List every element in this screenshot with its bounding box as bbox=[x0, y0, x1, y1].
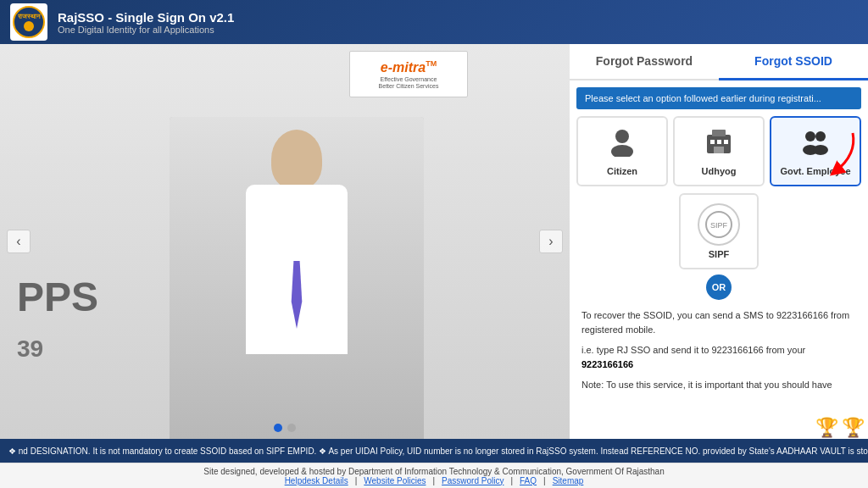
carousel-next-button[interactable]: › bbox=[539, 230, 563, 253]
tab-forgot-password[interactable]: Forgot Password bbox=[570, 44, 719, 80]
carousel-dot-2[interactable] bbox=[287, 424, 296, 432]
recover-sms-number: 9223166166 bbox=[581, 359, 633, 369]
svg-point-14 bbox=[813, 145, 828, 155]
right-panel: Forgot Password Forgot SSOID Please sele… bbox=[570, 44, 868, 439]
udhyog-label: Udhyog bbox=[680, 166, 758, 176]
emitra-logo-text: e-mitraTM bbox=[379, 58, 439, 76]
svg-rect-9 bbox=[724, 140, 728, 144]
trophy-icon-2: 🏆 bbox=[842, 417, 865, 439]
svg-text:SIPF: SIPF bbox=[710, 221, 728, 230]
svg-rect-7 bbox=[710, 140, 715, 144]
recover-text-2-span: i.e. type RJ SSO and send it to 92231661… bbox=[581, 345, 805, 355]
ticker-text: ❖ nd DESIGNATION. It is not mandatory to… bbox=[8, 446, 868, 456]
carousel-dots bbox=[274, 424, 296, 432]
govt-employee-label: Govt. Employee bbox=[776, 166, 854, 176]
tab-bar: Forgot Password Forgot SSOID bbox=[570, 44, 868, 80]
svg-point-3 bbox=[615, 130, 629, 143]
option-sipf[interactable]: SIPF SIPF bbox=[679, 193, 759, 269]
option-udhyog[interactable]: Udhyog bbox=[673, 116, 765, 186]
panel-body: Please select an option followed earlier… bbox=[570, 80, 868, 439]
sipf-label: SIPF bbox=[698, 249, 740, 259]
svg-point-11 bbox=[805, 131, 815, 141]
person-head bbox=[271, 130, 322, 189]
carousel-dot-1[interactable] bbox=[274, 424, 282, 432]
footer-link-helpdesk[interactable]: Helpdesk Details bbox=[285, 476, 348, 485]
citizen-icon bbox=[583, 126, 661, 163]
info-bar: Please select an option followed earlier… bbox=[576, 87, 861, 109]
tab-forgot-ssoid[interactable]: Forgot SSOID bbox=[719, 44, 868, 80]
recover-text-3: Note: To use this service, it is importa… bbox=[576, 374, 861, 396]
header: राजस्थान RajSSO - Single Sign On v2.1 On… bbox=[0, 0, 868, 44]
header-text-block: RajSSO - Single Sign On v2.1 One Digital… bbox=[58, 10, 234, 35]
option-citizen[interactable]: Citizen bbox=[576, 116, 668, 186]
recover-text-1: To recover the SSOID, you can send a SMS… bbox=[581, 310, 849, 335]
svg-text:राजस्थान: राजस्थान bbox=[17, 13, 41, 20]
svg-rect-8 bbox=[717, 140, 721, 144]
person-tie bbox=[289, 261, 304, 329]
option-grid: Citizen Udhyog bbox=[576, 116, 861, 186]
or-badge: OR bbox=[706, 274, 732, 300]
svg-rect-6 bbox=[712, 130, 726, 136]
left-panel: e-mitraTM Effective Governance Better Ci… bbox=[0, 44, 570, 439]
recover-text: To recover the SSOID, you can send a SMS… bbox=[576, 305, 861, 340]
carousel-number-text: 39 bbox=[17, 336, 43, 363]
footer-link-password[interactable]: Password Policy bbox=[442, 476, 504, 485]
header-subtitle: One Digital Identity for all Application… bbox=[58, 25, 234, 35]
emitra-tagline1: Effective Governance bbox=[379, 76, 439, 83]
header-logo: राजस्थान bbox=[10, 3, 47, 41]
footer-links: Helpdesk Details | Website Policies | Pa… bbox=[285, 476, 584, 485]
svg-point-4 bbox=[611, 145, 633, 157]
carousel-image bbox=[170, 117, 424, 439]
trophy-area: 🏆 🏆 bbox=[815, 417, 865, 439]
trophy-icon-1: 🏆 bbox=[815, 417, 838, 439]
recover-text-3-span: Note: To use this service, it is importa… bbox=[581, 380, 832, 390]
svg-point-12 bbox=[815, 131, 826, 141]
footer-link-sitemap[interactable]: Sitemap bbox=[553, 476, 584, 485]
carousel-large-text: PPS bbox=[17, 274, 98, 320]
person-shape bbox=[170, 117, 424, 439]
svg-point-2 bbox=[24, 21, 34, 31]
recover-text-2: i.e. type RJ SSO and send it to 92231661… bbox=[576, 340, 861, 374]
svg-rect-10 bbox=[714, 147, 724, 153]
sipf-row: SIPF SIPF bbox=[576, 193, 861, 269]
main-content: e-mitraTM Effective Governance Better Ci… bbox=[0, 44, 868, 439]
ticker-bar: ❖ nd DESIGNATION. It is not mandatory to… bbox=[0, 439, 868, 463]
citizen-label: Citizen bbox=[583, 166, 661, 176]
footer: Site designed, developed & hosted by Dep… bbox=[0, 463, 868, 488]
footer-site-info: Site designed, developed & hosted by Dep… bbox=[203, 467, 664, 476]
emitra-tagline2: Better Citizen Services bbox=[379, 83, 439, 90]
person-body bbox=[246, 185, 348, 354]
header-title: RajSSO - Single Sign On v2.1 bbox=[58, 10, 234, 25]
footer-link-faq[interactable]: FAQ bbox=[520, 476, 537, 485]
govt-employee-icon bbox=[776, 126, 854, 163]
option-govt-employee[interactable]: Govt. Employee bbox=[770, 116, 861, 186]
sipf-icon: SIPF bbox=[698, 203, 740, 246]
footer-link-policies[interactable]: Website Policies bbox=[364, 476, 426, 485]
emitra-logo: e-mitraTM Effective Governance Better Ci… bbox=[349, 51, 468, 97]
udhyog-icon bbox=[680, 126, 758, 163]
carousel-prev-button[interactable]: ‹ bbox=[7, 230, 31, 253]
